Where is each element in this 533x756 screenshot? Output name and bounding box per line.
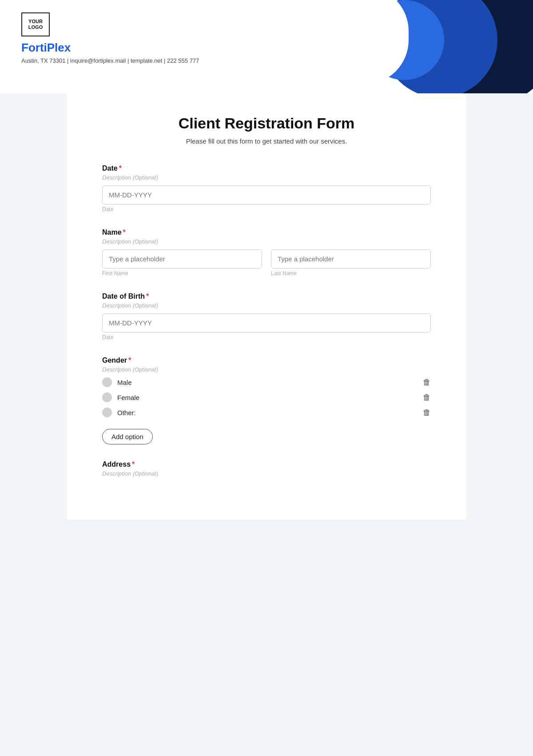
header-decoration bbox=[346, 0, 533, 93]
name-row: First Name Last Name bbox=[102, 249, 431, 276]
logo-text: YOUR LOGO bbox=[22, 19, 49, 30]
address-label: Address* bbox=[102, 460, 431, 468]
dob-description: Description (Optional) bbox=[102, 302, 431, 309]
gender-male-label: Male bbox=[117, 379, 132, 386]
dob-input[interactable] bbox=[102, 313, 431, 332]
first-name-hint: First Name bbox=[102, 270, 262, 276]
form-container: Client Registration Form Please fill out… bbox=[67, 93, 466, 520]
radio-circle-male[interactable] bbox=[102, 377, 112, 387]
dob-label: Date of Birth* bbox=[102, 292, 431, 300]
name-required-star: * bbox=[123, 228, 126, 236]
dob-section: Date of Birth* Description (Optional) Da… bbox=[102, 292, 431, 340]
dob-required-star: * bbox=[146, 292, 149, 300]
gender-option-male: Male 🗑 bbox=[102, 377, 431, 387]
dob-hint: Date bbox=[102, 334, 431, 340]
gender-option-other-left: Other: bbox=[102, 408, 136, 417]
delete-male-icon[interactable]: 🗑 bbox=[423, 378, 431, 387]
date-label: Date* bbox=[102, 164, 431, 172]
date-input[interactable] bbox=[102, 185, 431, 204]
first-name-col: First Name bbox=[102, 249, 262, 276]
header: YOUR LOGO FortiPlex Austin, TX 73301 | i… bbox=[0, 0, 533, 93]
date-section: Date* Description (Optional) Date bbox=[102, 164, 431, 212]
gender-description: Description (Optional) bbox=[102, 366, 431, 373]
date-hint: Date bbox=[102, 206, 431, 212]
last-name-col: Last Name bbox=[271, 249, 431, 276]
radio-circle-other[interactable] bbox=[102, 408, 112, 417]
name-section: Name* Description (Optional) First Name … bbox=[102, 228, 431, 276]
page-wrapper: YOUR LOGO FortiPlex Austin, TX 73301 | i… bbox=[0, 0, 533, 756]
date-description: Description (Optional) bbox=[102, 174, 431, 181]
date-required-star: * bbox=[119, 164, 122, 172]
form-subtitle: Please fill out this form to get started… bbox=[102, 137, 431, 145]
form-title: Client Registration Form bbox=[102, 115, 431, 132]
add-option-button[interactable]: Add option bbox=[102, 429, 153, 444]
gender-required-star: * bbox=[128, 356, 131, 364]
gender-label: Gender* bbox=[102, 356, 431, 364]
gender-section: Gender* Description (Optional) Male 🗑 Fe… bbox=[102, 356, 431, 444]
gender-option-male-left: Male bbox=[102, 377, 132, 387]
gender-option-other: Other: 🗑 bbox=[102, 408, 431, 417]
radio-circle-female[interactable] bbox=[102, 392, 112, 402]
name-description: Description (Optional) bbox=[102, 238, 431, 245]
last-name-hint: Last Name bbox=[271, 270, 431, 276]
gender-option-female-left: Female bbox=[102, 392, 139, 402]
address-required-star: * bbox=[132, 460, 135, 468]
gender-option-female: Female 🗑 bbox=[102, 392, 431, 402]
address-section: Address* Description (Optional) bbox=[102, 460, 431, 477]
gender-other-label: Other: bbox=[117, 409, 136, 416]
first-name-input[interactable] bbox=[102, 249, 262, 268]
gender-female-label: Female bbox=[117, 394, 139, 401]
logo-box: YOUR LOGO bbox=[21, 12, 50, 36]
delete-other-icon[interactable]: 🗑 bbox=[423, 408, 431, 417]
delete-female-icon[interactable]: 🗑 bbox=[423, 393, 431, 402]
name-label: Name* bbox=[102, 228, 431, 236]
last-name-input[interactable] bbox=[271, 249, 431, 268]
address-description: Description (Optional) bbox=[102, 470, 431, 477]
